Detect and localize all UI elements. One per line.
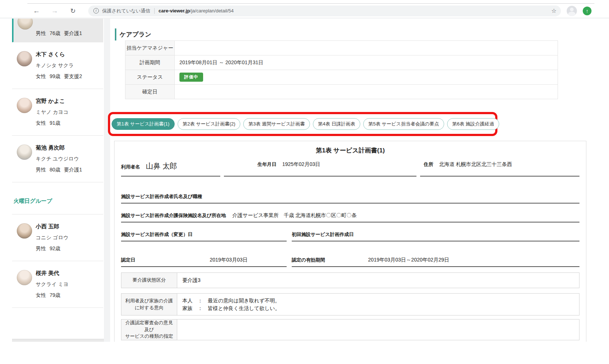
meta-label: 確定日 [125, 85, 175, 99]
table-label-line1: 介護認定審査会の意見及び [124, 320, 175, 333]
meta-value [175, 85, 558, 99]
field-first-created-date: 初回施設サービス計画作成日 [292, 231, 579, 241]
tab-table2[interactable]: 第2表 サービス計画書(2) [178, 118, 241, 130]
meta-row-status: ステータス 評価中 [125, 70, 558, 85]
table-review-opinion: 介護認定審査会の意見及び サービスの種類の指定 [121, 319, 579, 340]
patient-item[interactable]: 木下 さくら キノシタ サクラ 女性 99歳 要支援2 [12, 42, 103, 89]
meta-label: 担当ケアマネジャー [125, 41, 175, 55]
patient-avatar [17, 98, 32, 113]
status-badge: 評価中 [179, 73, 203, 82]
sidebar-horizontal-scrollbar[interactable] [12, 339, 104, 342]
bookmark-star-icon[interactable]: ☆ [551, 7, 556, 14]
patient-avatar [17, 223, 32, 239]
field-value: 2019年03月03日 [210, 257, 248, 263]
forward-icon[interactable]: → [50, 7, 59, 15]
patient-avatar [17, 51, 32, 66]
patient-sidebar: 男性 76歳 要介護1 木下 さくら キノシタ サクラ 女性 99歳 要支援2 … [12, 19, 103, 342]
patient-kana: キクチ ユウジロウ [36, 156, 82, 162]
patient-avatar [17, 144, 32, 160]
patient-name: 桜井 美代 [36, 270, 69, 277]
field-label: 利用者名 [121, 164, 140, 170]
service-plan-document: 第1表 サービス計画書(1) 利用者名 山鼻 太郎 生年月日 1925年02月0… [114, 141, 586, 342]
patient-avatar [17, 270, 32, 285]
table-intentions: 利用者及び家族の介護に対する意向 本人 ： 最近の意向は聞き取れず不明。 家族 … [121, 293, 579, 315]
patient-item[interactable]: 宮野 かよこ ミヤノ カヨコ 女性 91歳 [12, 89, 103, 136]
intention-line-self: 本人 ： 最近の意向は聞き取れず不明。 [182, 297, 574, 304]
meta-label: 計画期間 [125, 55, 175, 70]
patient-stats: 男性 92歳 [36, 245, 69, 252]
patient-item[interactable]: 小西 五郎 コニシ ゴロウ 男性 92歳 [12, 214, 103, 261]
sidebar-scrollbar-gutter[interactable] [104, 19, 110, 342]
meta-value: 評価中 [175, 70, 558, 84]
field-label: 施設サービス計画作成者氏名及び職種 [121, 193, 202, 200]
meta-row-confirmed-date: 確定日 [125, 85, 558, 99]
patient-kana: ミヤノ カヨコ [36, 109, 69, 116]
back-icon[interactable]: ← [32, 7, 41, 15]
patient-name: 木下 さくら [36, 51, 82, 58]
window-top-edge [0, 0, 609, 4]
tab-table3[interactable]: 第3表 週間サービス計画書 [243, 118, 310, 130]
patient-kana: コニシ ゴロウ [36, 235, 69, 241]
patient-item[interactable]: 菊池 勇次郎 キクチ ユウジロウ 男性 80歳 要介護1 [12, 136, 103, 182]
document-title: 第1表 サービス計画書(1) [121, 146, 579, 155]
field-label: 初回施設サービス計画作成日 [292, 231, 354, 238]
patient-name: 菊池 勇次郎 [36, 144, 82, 151]
patient-stats: 男性 76歳 要介護1 [36, 30, 82, 37]
doc-row-creator: 施設サービス計画作成者氏名及び職種 [121, 193, 579, 204]
doc-row-created-dates: 施設サービス計画作成（変更）日 初回施設サービス計画作成日 [121, 231, 579, 241]
meta-row-caremanager: 担当ケアマネジャー [125, 41, 558, 55]
patient-item[interactable]: 桜井 美代 サクライ ミヨ 女性 79歳 [12, 261, 103, 308]
patient-avatar [18, 19, 33, 30]
page-viewport: 男性 76歳 要介護1 木下 さくら キノシタ サクラ 女性 99歳 要支援2 … [0, 19, 609, 342]
url-domain: care-viewer.jp [159, 8, 190, 13]
field-validity-period: 認定の有効期間 2019年03月03日～2020年02月29日 [292, 257, 579, 267]
patient-stats: 女性 91歳 [36, 120, 69, 127]
group-title: 火曜日グループ [13, 198, 52, 204]
field-label: 施設サービス計画作成介護保険施設名及び所在地 [121, 212, 226, 219]
field-label: 施設サービス計画作成（変更）日 [121, 231, 193, 238]
url-bar[interactable]: i 保護されていない通信 care-viewer.jp/ja/careplan/… [88, 5, 561, 16]
doc-row-certification: 認定日 2019年03月03日 認定の有効期間 2019年03月03日～2020… [121, 257, 579, 267]
intention-line-family: 家族 ： 皆様と仲良く生活して欲しい。 [182, 305, 574, 312]
reload-icon[interactable]: ↻ [69, 7, 77, 15]
patient-name: 小西 五郎 [36, 223, 69, 230]
field-label: 生年月日 [257, 161, 276, 168]
profile-icon[interactable] [567, 6, 577, 16]
sidebar-group-header: 火曜日グループ [12, 182, 103, 214]
table-value: 要介護3 [177, 273, 579, 288]
tab-table4[interactable]: 第4表 日課計画表 [313, 118, 360, 130]
browser-toolbar: ← → ↻ i 保護されていない通信 care-viewer.jp/ja/car… [0, 4, 609, 18]
field-label: 認定の有効期間 [292, 257, 325, 263]
field-user-name: 利用者名 山鼻 太郎 [121, 161, 220, 177]
info-icon[interactable]: i [93, 8, 99, 13]
doc-row-user: 利用者名 山鼻 太郎 生年月日 1925年02月03日 住所 北海道 札幌市北区… [121, 161, 579, 177]
meta-label: ステータス [125, 70, 175, 84]
url-path: /ja/careplan/detail/54 [190, 8, 234, 13]
table-care-level: 要介護状態区分 要介護3 [121, 272, 579, 288]
patient-stats: 男性 80歳 要介護1 [36, 167, 82, 173]
patient-kana: サクライ ミヨ [36, 281, 69, 288]
field-certification-date: 認定日 2019年03月03日 [121, 257, 287, 267]
patient-stats: 女性 99歳 要支援2 [36, 73, 82, 80]
careplan-tabs: 第1表 サービス計画書(1) 第2表 サービス計画書(2) 第3表 週間サービス… [110, 118, 499, 130]
field-value: 山鼻 太郎 [146, 161, 177, 171]
patient-item-selected[interactable]: 男性 76歳 要介護1 [12, 19, 103, 42]
table-value: 本人 ： 最近の意向は聞き取れず不明。 家族 ： 皆様と仲良く生活して欲しい。 [177, 294, 579, 315]
patient-stats: 女性 79歳 [36, 292, 69, 299]
field-value: 介護サービス事業所 千歳 北海道札幌市〇区〇町〇条 [232, 212, 357, 219]
field-value: 北海道 札幌市北区北三十三条西 [439, 161, 512, 168]
annotation-red-box: 第1表 サービス計画書(1) 第2表 サービス計画書(2) 第3表 週間サービス… [108, 112, 497, 136]
tab-table5[interactable]: 第5表 サービス担当者会議の要点 [363, 118, 444, 130]
field-value: 2019年03月03日～2020年02月29日 [368, 257, 449, 263]
field-label: 認定日 [121, 257, 135, 263]
tab-table6[interactable]: 第6表 施設介護経過 [447, 118, 499, 130]
patient-name: 宮野 かよこ [36, 98, 69, 105]
page-title: ケアプラン [115, 28, 151, 40]
careplan-main: ケアプラン 担当ケアマネジャー 計画期間 2019年08月01日 ～ 2020年… [113, 19, 598, 342]
extension-icon[interactable]: ↑ [583, 7, 591, 15]
tab-table1[interactable]: 第1表 サービス計画書(1) [112, 118, 175, 130]
table-label: 介護認定審査会の意見及び サービスの種類の指定 [121, 320, 177, 340]
meta-row-period: 計画期間 2019年08月01日 ～ 2020年01月31日 [125, 55, 558, 70]
url-divider [154, 8, 155, 14]
field-address: 住所 北海道 札幌市北区北三十三条西 [420, 161, 579, 177]
